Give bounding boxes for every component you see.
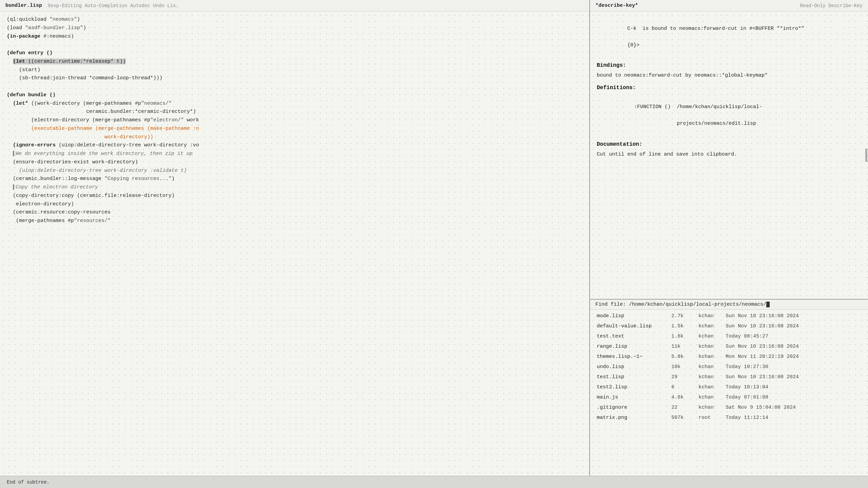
file-owner: kchan [698,373,726,381]
file-size: 22 [671,404,698,412]
left-filename: bundler.lisp [5,3,42,8]
describe-key-panel: *describe-key* Read-Only Describe-Key C-… [590,0,868,300]
file-row[interactable]: mode.lisp 2.7k kchan Sun Nov 10 23:16:08… [590,311,868,321]
left-modes: Sexp-Editing Auto-Completion Autodoc Und… [45,3,179,8]
code-line: (sb-thread:join-thread *command-loop-thr… [7,74,583,83]
status-text: End of subtree. [7,480,50,485]
bindings-text: bound to neomacs:forward-cut by neomacs:… [597,72,861,80]
code-line: ceramic.bundler:*ceramic-directory*) [7,108,583,116]
status-bar: End of subtree. [0,476,868,488]
describe-key-content: C-k is bound to neomacs:forward-cut in #… [590,12,868,299]
left-titlebar: bundler.lisp Sexp-Editing Auto-Completio… [0,0,589,12]
file-owner: root [698,414,726,422]
file-size: 4.6k [671,393,698,402]
documentation-section: Documentation: [597,140,861,149]
file-row[interactable]: main.js 4.6k kchan Today 07:01:08 [590,392,868,403]
file-owner: kchan [698,404,726,412]
file-row[interactable]: themes.lisp.~1~ 5.8k kchan Mon Nov 11 20… [590,352,868,362]
file-date: Today 11:12:14 [726,414,861,422]
file-date: Mon Nov 11 20:22:19 2024 [726,353,861,361]
file-name: test.lisp [597,373,671,381]
code-line: (in-package #:neomacs) [7,33,583,41]
file-owner: kchan [698,343,726,351]
file-row[interactable]: undo.lisp 10k kchan Today 10:27:30 [590,362,868,372]
code-line: (ceramic.bundler::log-message "Copying r… [7,175,583,183]
file-owner: kchan [698,393,726,402]
file-date: Sun Nov 10 23:16:08 2024 [726,322,861,330]
file-name: matrix.png [597,414,671,422]
describe-key-modes: Read-Only Describe-Key [800,3,863,8]
code-line: (copy-directory:copy (ceramic.file:relea… [7,192,583,200]
file-row[interactable]: test.lisp 29 kchan Sun Nov 10 23:16:08 2… [590,372,868,382]
binding-description: C-k is bound to neomacs:forward-cut in #… [597,16,861,58]
file-date: Sun Nov 10 23:16:08 2024 [726,312,861,320]
find-file-bar[interactable]: Find file: /home/kchan/quicklisp/local-p… [590,300,868,310]
definitions-type: :FUNCTION () [634,104,671,110]
file-size: 29 [671,373,698,381]
file-name: test.text [597,332,671,341]
file-date: Sun Nov 10 23:16:08 2024 [726,373,861,381]
file-row[interactable]: matrix.png 507k root Today 11:12:14 [590,413,868,423]
describe-key-title: *describe-key* [595,3,638,8]
code-line: (ignore-errors (uiop:delete-directory-tr… [7,141,583,150]
scrollbar[interactable] [865,148,867,162]
definitions-section: Definitions: [597,83,861,93]
code-line: (defun entry () [7,49,583,58]
code-line: Copy the electron directory [7,183,583,192]
file-size: 11k [671,343,698,351]
code-line: (ceramic.resource:copy-resources [7,208,583,217]
file-owner: kchan [698,312,726,320]
left-panel: bundler.lisp Sexp-Editing Auto-Completio… [0,0,590,476]
left-content: (ql:quickload "neomacs") (load "asdf-bun… [0,12,589,476]
bindings-label: Bindings: [597,62,626,68]
code-line [7,41,583,49]
find-file-panel: Find file: /home/kchan/quicklisp/local-p… [590,300,868,476]
code-line: (ql:quickload "neomacs") [7,16,583,24]
code-line: (let ((ceramic.runtime:*releasep* t)) [7,58,583,66]
file-list: mode.lisp 2.7k kchan Sun Nov 10 23:16:08… [590,310,868,476]
file-owner: kchan [698,332,726,341]
file-row[interactable]: default-value.lisp 1.5k kchan Sun Nov 10… [590,321,868,331]
find-file-cursor [766,302,770,307]
code-line: (uiop:delete-directory-tree work-directo… [7,167,583,175]
file-name: main.js [597,393,671,402]
file-owner: kchan [698,322,726,330]
definitions-entry: :FUNCTION () /home/kchan/quicklisp/local… [597,95,861,137]
file-date: Today 07:01:08 [726,393,861,402]
file-date: Today 08:45:27 [726,332,861,341]
describe-key-titlebar: *describe-key* Read-Only Describe-Key [590,0,868,12]
file-size: 10k [671,363,698,371]
file-date: Sat Nov 9 15:04:08 2024 [726,404,861,412]
documentation-text: Cut until end of line and save into clip… [597,150,861,159]
code-line: (electron-directory (merge-pathnames #p"… [7,116,583,125]
file-row[interactable]: range.lisp 11k kchan Sun Nov 10 23:16:08… [590,342,868,352]
find-file-label: Find file: /home/kchan/quicklisp/local-p… [595,302,766,307]
file-size: 6 [671,383,698,391]
file-date: Today 10:27:30 [726,363,861,371]
file-row[interactable]: .gitignore 22 kchan Sat Nov 9 15:04:08 2… [590,403,868,413]
file-name: test2.lisp [597,383,671,391]
definitions-label: Definitions: [597,85,636,91]
code-line: work-directory)) [7,133,583,142]
code-line: (ensure-directories-exist work-directory… [7,158,583,167]
file-name: default-value.lisp [597,322,671,330]
file-size: 507k [671,414,698,422]
file-size: 1.6k [671,332,698,341]
code-line: (merge-pathnames #p"resources/" [7,217,583,225]
file-name: mode.lisp [597,312,671,320]
file-owner: kchan [698,353,726,361]
code-line: (defun bundle () [7,91,583,100]
code-line: electron-directory) [7,200,583,209]
file-row[interactable]: test.text 1.6k kchan Today 08:45:27 [590,331,868,342]
file-name: themes.lisp.~1~ [597,353,671,361]
file-owner: kchan [698,383,726,391]
code-line: (executable-pathname (merge-pathnames (m… [7,125,583,133]
documentation-label: Documentation: [597,141,642,147]
code-line: We do everything inside the work directo… [7,150,583,158]
file-size: 1.5k [671,322,698,330]
file-row[interactable]: test2.lisp 6 kchan Today 10:13:04 [590,382,868,392]
code-line: (let* ((work-directory (merge-pathnames … [7,100,583,108]
file-size: 2.7k [671,312,698,320]
file-name: range.lisp [597,343,671,351]
code-line: (load "asdf-bundler.lisp") [7,24,583,33]
